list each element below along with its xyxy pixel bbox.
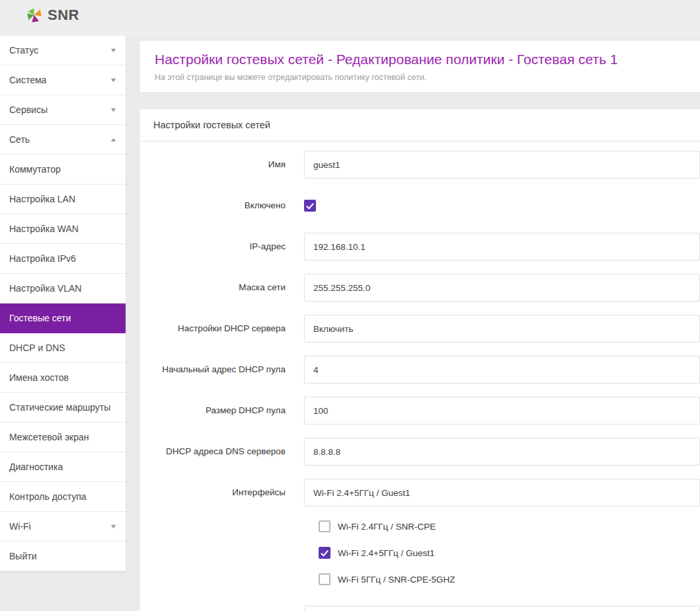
interface-options: Wi-Fi 2.4ГГц / SNR-CPEWi-Fi 2.4+5ГГц / G… <box>304 507 700 592</box>
name-input[interactable] <box>304 151 700 179</box>
form-row-dhcp-dns-servers: DHCP адреса DNS серверов <box>140 438 700 466</box>
sidebar-item-vlan-settings[interactable]: Настройка VLAN <box>0 274 126 304</box>
dhcp-server-select[interactable] <box>304 315 700 343</box>
interface-option-label: Wi-Fi 2.4+5ГГц / Guest1 <box>338 548 435 558</box>
sidebar-item-dhcp-dns[interactable]: DHCP и DNS <box>0 333 126 363</box>
sidebar-item-guest-networks[interactable]: Гостевые сети <box>0 304 126 333</box>
snr-logo-text: SNR <box>48 7 79 24</box>
chevron-down-icon: ▼ <box>110 523 118 530</box>
sidebar-item-label: Статус <box>9 45 38 56</box>
sidebar-item-label: Имена хостов <box>9 372 69 383</box>
guest-network-form: ИмяВключеноIP-адресМаска сетиНастройки D… <box>140 142 700 611</box>
app-header: SNR <box>0 0 700 36</box>
sidebar-item-label: Система <box>9 75 46 85</box>
netmask-input[interactable] <box>304 274 700 302</box>
form-row-dhcp-pool-start: Начальный адрес DHCP пула <box>140 356 700 384</box>
sidebar-item-label: Настройка LAN <box>9 194 75 204</box>
sidebar-item-network[interactable]: Сеть▲ <box>0 125 126 155</box>
sidebar-item-wifi[interactable]: Wi-Fi▼ <box>0 512 126 542</box>
page-title: Настройки гостевых сетей - Редактировани… <box>155 51 685 68</box>
sidebar-item-system[interactable]: Система▼ <box>0 65 126 95</box>
field-interfaces: Wi-Fi 2.4ГГц / SNR-CPEWi-Fi 2.4+5ГГц / G… <box>304 479 700 592</box>
sidebar-item-switch[interactable]: Коммутатор <box>0 155 126 184</box>
sidebar-item-label: Настройка WAN <box>9 224 79 234</box>
page-layout: Статус▼Система▼Сервисы▼Сеть▲КоммутаторНа… <box>0 36 700 611</box>
sidebar-item-label: Сервисы <box>9 104 48 115</box>
interface-option-label: Wi-Fi 2.4ГГц / SNR-CPE <box>338 522 436 532</box>
dhcp-pool-start-input[interactable] <box>304 356 700 384</box>
field-label-enabled: Включено <box>140 192 304 220</box>
sidebar-item-lan-settings[interactable]: Настройка LAN <box>0 184 126 214</box>
field-label-name: Имя <box>140 151 304 179</box>
snr-logo: SNR <box>25 7 79 24</box>
sidebar-item-label: Настройка IPv6 <box>9 253 76 264</box>
sidebar-item-label: Статические маршруты <box>9 402 110 413</box>
field-label-dhcp-dns-servers: DHCP адреса DNS серверов <box>140 438 304 466</box>
interfaces-input[interactable] <box>304 479 700 507</box>
sidebar-item-label: Контроль доступа <box>9 491 87 502</box>
sidebar-item-label: Выйти <box>9 551 36 561</box>
sidebar-item-label: Настройка VLAN <box>9 283 81 294</box>
form-row-netmask: Маска сети <box>140 274 700 302</box>
interface-option-wifi-24-5ghz: Wi-Fi 2.4+5ГГц / Guest1 <box>319 540 700 566</box>
form-row-cutoff-field <box>140 606 700 611</box>
card-title: Настройки гостевых сетей <box>140 109 700 142</box>
interface-option-label: Wi-Fi 5ГГц / SNR-CPE-5GHZ <box>338 575 455 585</box>
field-dhcp-pool-size <box>304 397 700 425</box>
sidebar-item-status[interactable]: Статус▼ <box>0 36 126 65</box>
wifi-24ghz-checkbox[interactable] <box>319 520 331 532</box>
form-row-name: Имя <box>140 151 700 179</box>
dhcp-dns-servers-input[interactable] <box>304 438 700 466</box>
field-label-dhcp-server: Настройки DHCP сервера <box>140 315 304 343</box>
interface-option-wifi-24ghz: Wi-Fi 2.4ГГц / SNR-CPE <box>319 513 700 540</box>
cutoff-field-input[interactable] <box>304 606 700 611</box>
sidebar-item-static-routes[interactable]: Статические маршруты <box>0 393 126 423</box>
sidebar-item-label: Коммутатор <box>9 164 61 175</box>
field-name <box>304 151 700 179</box>
chevron-up-icon: ▲ <box>110 136 118 143</box>
form-row-enabled: Включено <box>140 192 700 220</box>
form-row-dhcp-pool-size: Размер DHCP пула <box>140 397 700 425</box>
form-row-interfaces: ИнтерфейсыWi-Fi 2.4ГГц / SNR-CPEWi-Fi 2.… <box>140 479 700 592</box>
sidebar-item-label: Диагностика <box>9 462 63 472</box>
ip-address-input[interactable] <box>304 233 700 261</box>
main-content: Настройки гостевых сетей - Редактировани… <box>126 36 700 611</box>
field-dhcp-pool-start <box>304 356 700 384</box>
page-header: Настройки гостевых сетей - Редактировани… <box>140 41 700 92</box>
chevron-down-icon: ▼ <box>110 77 118 83</box>
sidebar-item-ipv6-settings[interactable]: Настройка IPv6 <box>0 244 126 274</box>
sidebar-item-label: DHCP и DNS <box>9 343 65 353</box>
field-label-netmask: Маска сети <box>140 274 304 302</box>
sidebar-item-services[interactable]: Сервисы▼ <box>0 95 126 125</box>
dhcp-pool-size-input[interactable] <box>304 397 700 425</box>
sidebar-item-logout[interactable]: Выйти <box>0 542 126 571</box>
guest-network-card: Настройки гостевых сетей ИмяВключеноIP-а… <box>140 109 700 611</box>
interface-option-wifi-5ghz: Wi-Fi 5ГГц / SNR-CPE-5GHZ <box>319 566 700 592</box>
wifi-5ghz-checkbox[interactable] <box>319 573 331 585</box>
field-label-cutoff-field <box>140 606 304 611</box>
sidebar: Статус▼Система▼Сервисы▼Сеть▲КоммутаторНа… <box>0 36 126 571</box>
field-label-dhcp-pool-start: Начальный адрес DHCP пула <box>140 356 304 384</box>
form-row-dhcp-server: Настройки DHCP сервера <box>140 315 700 343</box>
sidebar-item-label: Гостевые сети <box>9 313 71 323</box>
sidebar-item-hostnames[interactable]: Имена хостов <box>0 363 126 393</box>
field-dhcp-server <box>304 315 700 343</box>
sidebar-item-label: Межсетевой экран <box>9 432 89 442</box>
chevron-down-icon: ▼ <box>110 106 118 113</box>
field-cutoff-field <box>304 606 700 611</box>
field-dhcp-dns-servers <box>304 438 700 466</box>
wifi-24-5ghz-checkbox[interactable] <box>319 547 331 559</box>
enabled-checkbox[interactable] <box>304 200 316 212</box>
sidebar-item-access-control[interactable]: Контроль доступа <box>0 482 126 512</box>
form-row-ip-address: IP-адрес <box>140 233 700 261</box>
sidebar-item-diagnostics[interactable]: Диагностика <box>0 452 126 482</box>
sidebar-item-wan-settings[interactable]: Настройка WAN <box>0 214 126 244</box>
page-subtitle: На этой странице вы можете отредактирова… <box>155 73 685 82</box>
sidebar-item-firewall[interactable]: Межсетевой экран <box>0 423 126 452</box>
field-label-interfaces: Интерфейсы <box>140 479 304 592</box>
field-label-ip-address: IP-адрес <box>140 233 304 261</box>
sidebar-item-label: Сеть <box>9 134 30 145</box>
sidebar-item-label: Wi-Fi <box>9 521 31 532</box>
snr-logo-icon <box>25 7 43 24</box>
field-ip-address <box>304 233 700 261</box>
